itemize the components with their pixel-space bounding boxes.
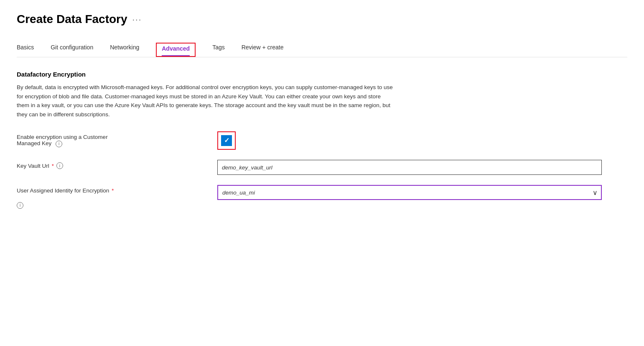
encryption-checkbox-label: Enable encryption using a Customer Manag… [17, 131, 209, 147]
encryption-checkbox-control: ✓ [217, 131, 602, 150]
section-description: By default, data is encrypted with Micro… [17, 83, 393, 119]
tabs-container: Basics Git configuration Networking Adva… [17, 43, 627, 57]
user-assigned-identity-control: demo_ua_mi ∨ [217, 185, 602, 200]
tab-tags[interactable]: Tags [212, 44, 225, 56]
encryption-info-icon[interactable]: i [56, 141, 62, 147]
tab-advanced-underline [162, 55, 190, 56]
tab-git-configuration[interactable]: Git configuration [51, 44, 93, 56]
section-title: Datafactory Encryption [17, 71, 602, 78]
encryption-checkbox-row: Enable encryption using a Customer Manag… [17, 131, 602, 150]
tab-advanced-label: Advanced [162, 45, 190, 54]
key-vault-url-control [217, 160, 602, 175]
key-vault-url-input[interactable] [217, 160, 602, 175]
encryption-label-line2: Managed Key [17, 140, 51, 146]
key-vault-url-required: * [52, 163, 54, 169]
tab-networking[interactable]: Networking [110, 44, 139, 56]
tab-basics[interactable]: Basics [17, 44, 34, 56]
tab-review-create[interactable]: Review + create [242, 44, 284, 56]
encryption-label-line1: Enable encryption using a Customer [17, 134, 108, 140]
checkmark-icon: ✓ [224, 137, 229, 144]
user-assigned-identity-dropdown-wrapper: demo_ua_mi ∨ [217, 185, 602, 200]
ellipsis-menu-icon[interactable]: ··· [132, 15, 142, 24]
user-assigned-identity-label-text: User Assigned Identity for Encryption [17, 187, 109, 194]
encryption-checkbox[interactable]: ✓ [221, 135, 232, 146]
user-assigned-identity-row: User Assigned Identity for Encryption * … [17, 185, 602, 209]
user-assigned-identity-required: * [112, 187, 114, 194]
key-vault-url-row: Key Vault Url * i [17, 160, 602, 175]
content-area: Datafactory Encryption By default, data … [17, 71, 602, 209]
user-assigned-identity-dropdown[interactable]: demo_ua_mi [217, 185, 602, 200]
page-header: Create Data Factory ··· [17, 13, 627, 26]
key-vault-url-label-text: Key Vault Url [17, 163, 49, 169]
encryption-checkbox-wrapper: ✓ [217, 131, 236, 150]
page-title: Create Data Factory [17, 13, 127, 26]
key-vault-url-label: Key Vault Url * i [17, 160, 209, 169]
user-assigned-identity-info-icon[interactable]: i [17, 202, 23, 209]
tab-advanced[interactable]: Advanced [156, 43, 196, 57]
key-vault-url-info-icon[interactable]: i [56, 162, 63, 169]
user-assigned-identity-label: User Assigned Identity for Encryption * … [17, 185, 209, 209]
